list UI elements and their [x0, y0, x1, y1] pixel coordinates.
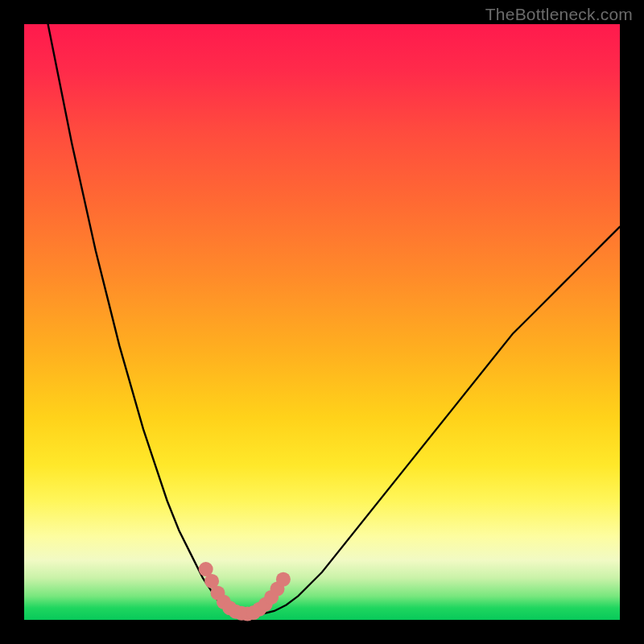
right-curve-path: [262, 227, 620, 614]
watermark-text: TheBottleneck.com: [485, 5, 633, 24]
highlight-dot: [276, 572, 291, 587]
outer-frame: TheBottleneck.com: [0, 0, 644, 644]
chart-svg: [24, 24, 620, 620]
left-curve-path: [48, 24, 233, 614]
highlight-dots: [199, 562, 291, 621]
